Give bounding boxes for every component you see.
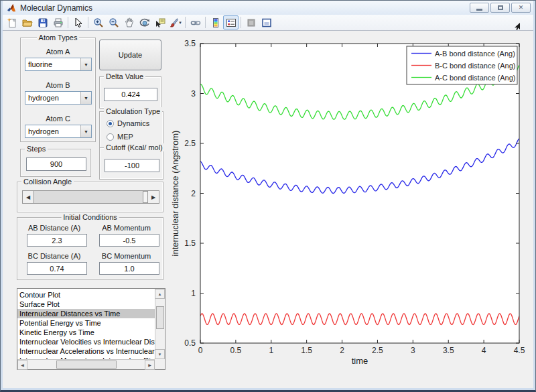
restore-icon	[498, 5, 503, 10]
ab-momentum-field[interactable]: -0.5	[99, 234, 159, 247]
brush-dropdown-caret[interactable]: ▾	[179, 20, 182, 25]
save-button[interactable]	[35, 15, 50, 29]
atom-a-label: Atom A	[21, 48, 95, 56]
plot-axes[interactable]: 00.511.522.533.544.50.511.522.533.5timei…	[171, 31, 533, 388]
bc-distance-label: BC Distance (A)	[17, 252, 91, 260]
atom-a-value: fluorine	[25, 60, 80, 68]
zoom-out-icon	[109, 17, 119, 28]
app-window: Molecular Dynamics ✕	[0, 0, 536, 392]
dock-figure-icon	[261, 17, 272, 28]
slider-right-arrow-icon[interactable]: ▶	[147, 191, 159, 203]
title-bar[interactable]: Molecular Dynamics ✕	[3, 1, 533, 15]
vertical-scroll-thumb[interactable]	[156, 306, 164, 329]
dock-figure-button[interactable]	[259, 15, 274, 29]
svg-text:3: 3	[411, 346, 415, 355]
collision-angle-slider[interactable]: ◀ ▶	[22, 190, 159, 204]
figure-canvas: Atom Types Atom A fluorine ▼ Atom B hydr…	[3, 31, 533, 388]
atom-b-dropdown[interactable]: hydrogen ▼	[25, 91, 92, 105]
svg-text:1.5: 1.5	[184, 239, 196, 248]
ab-momentum-label: AB Momentum	[91, 224, 161, 232]
svg-text:internuclear distance (Angstro: internuclear distance (Angstrom)	[171, 131, 180, 257]
insert-colorbar-button[interactable]	[208, 15, 223, 29]
svg-text:2: 2	[340, 346, 344, 355]
list-item[interactable]: Potential Energy vs Time	[17, 318, 155, 328]
list-item[interactable]: Internuclear Accelerations vs Internucle…	[17, 346, 155, 356]
scroll-right-icon[interactable]: ▶	[145, 360, 155, 370]
slider-left-arrow-icon[interactable]: ◀	[23, 191, 34, 203]
initial-conditions-panel: Initial Conditions AB Distance (A) AB Mo…	[17, 217, 163, 280]
data-cursor-button[interactable]	[152, 15, 168, 29]
atom-c-value: hydrogen	[25, 127, 80, 135]
atom-c-label: Atom C	[21, 115, 95, 123]
bc-momentum-field[interactable]: 1.0	[99, 262, 159, 275]
svg-text:A-B bond distance (Ang): A-B bond distance (Ang)	[435, 50, 515, 58]
svg-text:3: 3	[191, 89, 196, 99]
horizontal-scroll-thumb[interactable]	[56, 361, 117, 369]
list-item-selected[interactable]: Internuclear Distances vs Time	[17, 309, 155, 318]
svg-text:time: time	[352, 356, 368, 366]
pointer-button[interactable]	[70, 15, 86, 29]
svg-text:4: 4	[482, 346, 486, 355]
steps-field[interactable]: 900	[26, 157, 86, 171]
svg-text:2: 2	[191, 189, 196, 198]
close-button[interactable]: ✕	[511, 3, 531, 13]
link-plot-button[interactable]	[188, 15, 203, 29]
scroll-down-icon[interactable]: ▼	[155, 349, 165, 359]
zoom-in-icon	[93, 17, 104, 28]
pointer-icon	[73, 17, 84, 28]
zoom-in-button[interactable]	[90, 15, 106, 29]
pan-button[interactable]	[121, 15, 137, 29]
rotate-3d-button[interactable]	[137, 15, 152, 29]
dynamics-radio[interactable]: Dynamics	[107, 119, 149, 127]
horizontal-scrollbar[interactable]: ◀ ▶	[17, 359, 155, 369]
list-item[interactable]: Contour Plot	[17, 290, 155, 300]
atom-c-dropdown[interactable]: hydrogen ▼	[25, 125, 92, 138]
plot-type-listbox[interactable]: Contour Plot Surface Plot Internuclear D…	[17, 288, 165, 370]
atom-b-value: hydrogen	[25, 94, 80, 102]
ab-distance-label: AB Distance (A)	[17, 224, 91, 232]
radio-unselected-icon[interactable]	[107, 133, 114, 141]
ab-distance-field[interactable]: 2.3	[27, 234, 87, 247]
chevron-down-icon[interactable]: ▼	[80, 92, 91, 104]
brush-button[interactable]: ▾	[168, 15, 183, 29]
list-item[interactable]: Internuclear Velocities vs Internuclear …	[17, 337, 155, 346]
svg-text:3.5: 3.5	[184, 39, 196, 48]
open-file-button[interactable]	[19, 15, 35, 29]
new-file-button[interactable]	[4, 15, 19, 29]
cutoff-field[interactable]: -100	[105, 159, 159, 172]
update-button[interactable]: Update	[99, 40, 161, 70]
minimize-button[interactable]	[470, 3, 489, 13]
radio-selected-icon[interactable]	[107, 120, 114, 127]
scroll-up-icon[interactable]: ▲	[155, 289, 165, 299]
svg-text:A-C bond distance (Ang): A-C bond distance (Ang)	[435, 74, 515, 82]
insert-legend-button[interactable]	[223, 15, 239, 29]
list-item[interactable]: Kinetic Energy vs Time	[17, 328, 155, 337]
cutoff-title: Cutoff (Kcal/ mol)	[104, 143, 165, 151]
svg-text:3.5: 3.5	[443, 346, 454, 355]
list-item[interactable]: Surface Plot	[17, 300, 155, 309]
svg-text:2.5: 2.5	[372, 346, 383, 355]
new-file-icon	[7, 17, 17, 28]
dynamics-radio-label: Dynamics	[117, 119, 149, 127]
rotate-3d-icon	[139, 17, 150, 28]
bc-distance-field[interactable]: 0.74	[27, 262, 87, 275]
chevron-down-icon[interactable]: ▼	[80, 125, 91, 137]
colorbar-icon	[210, 17, 221, 28]
zoom-out-button[interactable]	[106, 15, 121, 29]
vertical-scrollbar[interactable]: ▲ ▼	[155, 289, 165, 359]
delta-value-panel: Delta Value 0.424	[99, 76, 161, 109]
print-button[interactable]	[50, 15, 66, 29]
svg-text:1: 1	[269, 346, 273, 355]
figure-toolbar: ▾	[3, 15, 533, 31]
atom-a-dropdown[interactable]: fluorine ▼	[25, 58, 92, 71]
chevron-down-icon[interactable]: ▼	[80, 58, 91, 70]
toolbar-separator	[205, 17, 206, 28]
mep-radio[interactable]: MEP	[107, 133, 133, 141]
restore-button[interactable]	[490, 3, 510, 13]
pan-hand-icon	[124, 17, 135, 28]
window-title: Molecular Dynamics	[20, 3, 92, 13]
delta-value-field[interactable]: 0.424	[104, 88, 157, 101]
scroll-left-icon[interactable]: ◀	[17, 360, 27, 370]
initial-conditions-title: Initial Conditions	[61, 213, 119, 221]
hide-plot-tools-button[interactable]	[243, 15, 259, 29]
